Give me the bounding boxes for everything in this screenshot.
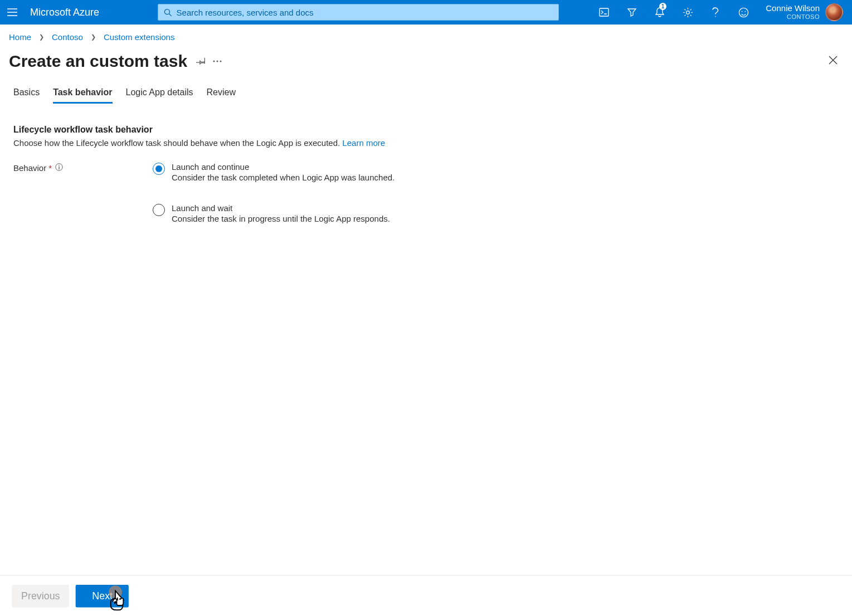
crumb-contoso[interactable]: Contoso <box>52 32 83 42</box>
previous-button[interactable]: Previous <box>12 584 69 607</box>
svg-point-3 <box>739 8 748 17</box>
pin-icon <box>196 56 206 66</box>
svg-point-8 <box>220 61 222 62</box>
radio-indicator <box>153 163 165 175</box>
svg-point-6 <box>213 61 215 62</box>
search-input[interactable] <box>177 8 553 17</box>
account-info[interactable]: Connie Wilson CONTOSO <box>766 3 820 21</box>
tab-review[interactable]: Review <box>207 84 236 104</box>
svg-point-7 <box>217 61 218 62</box>
section-description: Choose how the Lifecycle workflow task s… <box>13 138 839 148</box>
feedback-button[interactable] <box>730 0 757 25</box>
radio-description: Consider the task in progress until the … <box>172 214 390 223</box>
tab-logic-app-details[interactable]: Logic App details <box>126 84 193 104</box>
radio-label: Launch and wait <box>172 203 390 213</box>
settings-button[interactable] <box>674 0 701 25</box>
svg-rect-1 <box>600 8 608 16</box>
radio-launch-wait[interactable]: Launch and wait Consider the task in pro… <box>153 203 395 223</box>
wizard-footer: Previous Next <box>0 575 852 616</box>
svg-point-0 <box>164 9 169 14</box>
notifications-button[interactable]: 1 <box>646 0 673 25</box>
next-button[interactable]: Next <box>76 584 129 607</box>
feedback-icon <box>738 7 749 18</box>
svg-point-5 <box>744 11 746 12</box>
page-title: Create an custom task <box>9 52 187 71</box>
svg-point-2 <box>686 11 689 14</box>
form-content: Lifecycle workflow task behavior Choose … <box>0 104 852 245</box>
close-icon <box>827 55 839 66</box>
radio-launch-continue[interactable]: Launch and continue Consider the task co… <box>153 162 395 182</box>
cloud-shell-button[interactable] <box>591 0 617 25</box>
close-blade-button[interactable] <box>827 55 839 68</box>
menu-toggle[interactable] <box>0 0 25 25</box>
breadcrumb: Home ❯ Contoso ❯ Custom extensions <box>0 25 852 50</box>
learn-more-link[interactable]: Learn more <box>342 138 385 148</box>
brand-text: Microsoft Azure <box>30 7 99 18</box>
tenant-name: CONTOSO <box>766 13 820 21</box>
tab-basics[interactable]: Basics <box>13 84 40 104</box>
help-button[interactable] <box>702 0 729 25</box>
info-icon <box>55 163 63 171</box>
gear-icon <box>683 7 693 18</box>
pin-button[interactable] <box>196 56 206 66</box>
search-icon <box>164 8 172 17</box>
hamburger-icon <box>7 8 17 16</box>
crumb-custom-extensions[interactable]: Custom extensions <box>104 32 175 42</box>
help-icon <box>712 7 719 18</box>
radio-description: Consider the task completed when Logic A… <box>172 173 395 182</box>
global-search[interactable] <box>158 4 559 21</box>
svg-point-4 <box>741 11 742 12</box>
behavior-label: Behavior * <box>13 162 153 223</box>
filter-icon <box>627 7 637 17</box>
filter-button[interactable] <box>619 0 645 25</box>
tab-strip: Basics Task behavior Logic App details R… <box>0 84 852 104</box>
ellipsis-icon <box>213 60 222 62</box>
user-name: Connie Wilson <box>766 3 820 13</box>
radio-indicator <box>153 204 165 216</box>
avatar[interactable] <box>825 3 843 21</box>
behavior-radio-group: Launch and continue Consider the task co… <box>153 162 395 223</box>
header-actions: 1 <box>591 0 757 25</box>
chevron-right-icon: ❯ <box>91 33 96 41</box>
required-indicator: * <box>48 163 52 173</box>
tab-task-behavior[interactable]: Task behavior <box>53 84 112 104</box>
section-heading: Lifecycle workflow task behavior <box>13 125 839 135</box>
chevron-right-icon: ❯ <box>39 33 44 41</box>
info-tooltip[interactable] <box>55 163 63 173</box>
radio-label: Launch and continue <box>172 162 395 172</box>
crumb-home[interactable]: Home <box>9 32 31 42</box>
title-bar: Create an custom task <box>0 50 852 84</box>
notification-badge: 1 <box>659 3 667 10</box>
more-button[interactable] <box>213 60 222 62</box>
azure-header: Microsoft Azure 1 Connie Wilson CONTOSO <box>0 0 852 25</box>
cloud-shell-icon <box>599 8 609 17</box>
